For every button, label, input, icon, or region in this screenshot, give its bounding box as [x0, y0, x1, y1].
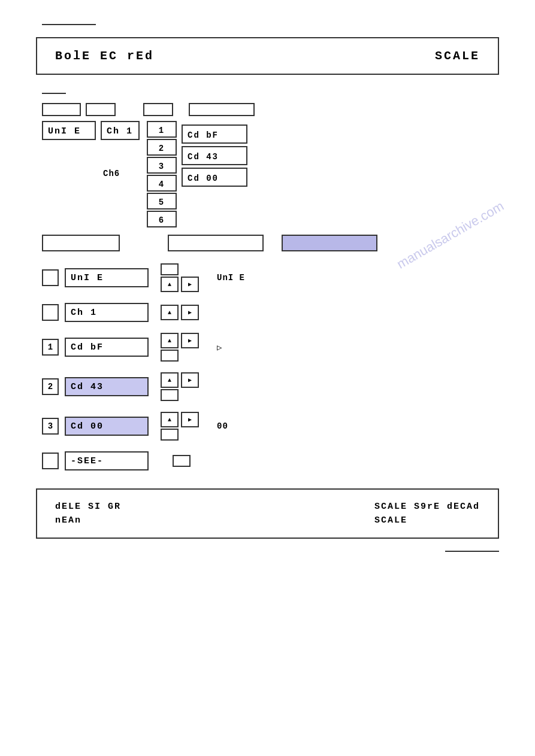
- num-6: 6: [147, 211, 177, 227]
- up-icon-cd00: [168, 415, 171, 424]
- upper-empty-box-2: [86, 103, 116, 116]
- upper-empty-box-3: [143, 103, 173, 116]
- up-icon-ch1: [168, 308, 171, 317]
- bottom-left: dELE SI GR nEAn: [55, 502, 121, 526]
- row-cdbf: 1 Cd bF ▷: [42, 333, 499, 362]
- ctrl-row-cd43: [161, 372, 199, 388]
- ctrl-sm-cd00: [161, 429, 179, 441]
- unit-label-box: UnI E: [42, 121, 96, 140]
- ctrl-right-unit[interactable]: [181, 277, 199, 292]
- num-2: 2: [147, 139, 177, 156]
- ctrl-right-cd00[interactable]: [181, 412, 199, 427]
- second-line: [42, 93, 66, 94]
- ch-col: Ch 1 Ch6: [101, 121, 140, 178]
- label-set: -SEE-: [65, 451, 149, 470]
- top-line: [42, 24, 96, 25]
- upper-top-row: [42, 103, 499, 119]
- up-icon-cdbf: [168, 336, 171, 345]
- side-text-cd00: 00: [217, 421, 228, 431]
- middle-section: UnI E UnI E Ch 1: [36, 235, 499, 470]
- code-2: Cd 43: [182, 146, 247, 165]
- ctrl-sm-set: [173, 455, 191, 467]
- checkbox-unit[interactable]: [42, 269, 59, 286]
- side-text-unit: UnI E: [217, 273, 245, 283]
- codes-col: Cd bF Cd 43 Cd 00: [182, 121, 247, 189]
- controls-unit: [161, 263, 199, 292]
- numbers-col: 1 2 3 4 5 6: [147, 121, 177, 229]
- ctrl-right-cdbf[interactable]: [181, 333, 199, 348]
- mid-box-2: [168, 235, 264, 251]
- bottom-right: SCALE S9rE dECAd SCALE: [374, 502, 480, 526]
- header-box: BolE EC rEd SCALE: [36, 37, 499, 75]
- row-cd00: 3 Cd 00 00: [42, 412, 499, 441]
- ctrl-sm-cd43: [161, 389, 179, 401]
- bottom-box-content: dELE SI GR nEAn SCALE S9rE dECAd SCALE: [55, 502, 480, 526]
- ctrl-up-cd43[interactable]: [161, 372, 179, 388]
- controls-cd00: [161, 412, 199, 441]
- controls-ch1: [161, 305, 199, 320]
- num-5: 5: [147, 193, 177, 210]
- ctrl-sm-cdbf: [161, 350, 179, 362]
- side-text-cdbf: ▷: [217, 342, 222, 353]
- bottom-right-line2: SCALE: [374, 515, 480, 526]
- right-icon-cd43: [188, 376, 192, 384]
- mid-box-3: [282, 235, 377, 251]
- page: manualsarchive.com BolE EC rEd SCALE UnI…: [0, 0, 535, 756]
- controls-cdbf: [161, 333, 199, 362]
- row-set: -SEE-: [42, 451, 499, 470]
- bottom-right-line1: SCALE S9rE dECAd: [374, 502, 480, 512]
- checkbox-set[interactable]: [42, 453, 59, 469]
- checkbox-cd43[interactable]: 2: [42, 378, 59, 395]
- row-unit: UnI E UnI E: [42, 263, 499, 292]
- ctrl-row-ch1: [161, 305, 199, 320]
- ctrl-row-unit: [161, 277, 199, 292]
- bottom-line: [445, 551, 499, 552]
- label-cd00: Cd 00: [65, 417, 149, 436]
- code-1: Cd bF: [182, 125, 247, 144]
- right-icon-cd00: [188, 415, 192, 424]
- controls-cd43: [161, 372, 199, 401]
- num-4: 4: [147, 175, 177, 192]
- up-icon-cd43: [168, 376, 171, 384]
- num-3: 3: [147, 157, 177, 174]
- up-icon-unit: [168, 280, 171, 289]
- header-scale: SCALE: [435, 49, 480, 63]
- ctrl-up-ch1[interactable]: [161, 305, 179, 320]
- ch6-label: Ch6: [103, 169, 140, 178]
- label-cd43: Cd 43: [65, 377, 149, 396]
- bottom-box: dELE SI GR nEAn SCALE S9rE dECAd SCALE: [36, 488, 499, 539]
- ctrl-right-ch1[interactable]: [181, 305, 199, 320]
- checkbox-cdbf[interactable]: 1: [42, 339, 59, 356]
- ctrl-up-unit[interactable]: [161, 277, 179, 292]
- unit-col: UnI E: [42, 121, 96, 140]
- right-icon-cdbf: [188, 336, 192, 345]
- middle-top-row: [42, 235, 499, 251]
- mid-box-1: [42, 235, 120, 251]
- label-cdbf: Cd bF: [65, 338, 149, 357]
- checkbox-cd00[interactable]: 3: [42, 418, 59, 435]
- bottom-left-line2: nEAn: [55, 515, 121, 526]
- checkbox-ch1[interactable]: [42, 304, 59, 321]
- right-icon-ch1: [188, 308, 192, 317]
- row-ch1: Ch 1: [42, 303, 499, 322]
- upper-empty-box-4: [189, 103, 255, 116]
- header-title: BolE EC rEd: [55, 49, 154, 63]
- ctrl-row-cdbf: [161, 333, 199, 348]
- label-ch1: Ch 1: [65, 303, 149, 322]
- ctrl-right-cd43[interactable]: [181, 372, 199, 388]
- ch1-box: Ch 1: [101, 121, 140, 140]
- row-cd43: 2 Cd 43: [42, 372, 499, 401]
- upper-grid: UnI E Ch 1 Ch6 1 2 3 4 5 6 Cd bF Cd 43 C…: [42, 121, 499, 229]
- code-3: Cd 00: [182, 168, 247, 187]
- num-1: 1: [147, 121, 177, 138]
- ctrl-up-cdbf[interactable]: [161, 333, 179, 348]
- ctrl-sm-unit: [161, 263, 179, 275]
- bottom-left-line1: dELE SI GR: [55, 502, 121, 512]
- ctrl-up-cd00[interactable]: [161, 412, 179, 427]
- label-unit: UnI E: [65, 268, 149, 287]
- right-icon-unit: [188, 280, 192, 289]
- upper-empty-box-1: [42, 103, 81, 116]
- ctrl-row-cd00: [161, 412, 199, 427]
